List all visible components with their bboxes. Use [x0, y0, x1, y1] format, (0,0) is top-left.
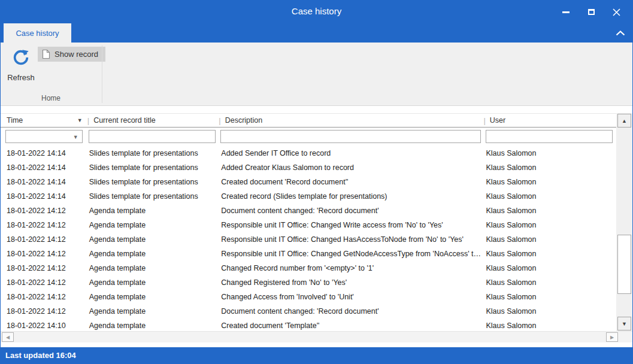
table-row[interactable]: 18-01-2022 14:14 Slides template for pre… — [1, 189, 616, 204]
scroll-left-button[interactable]: ◀ — [2, 332, 14, 342]
vertical-scrollbar[interactable]: ▲ ▼ — [616, 113, 632, 331]
cell-title: Agenda template — [87, 207, 219, 215]
table-row[interactable]: 18-01-2022 14:12 Agenda template Documen… — [1, 304, 616, 318]
cell-user: Klaus Salomon — [483, 149, 616, 157]
cell-title: Slides template for presentations — [87, 192, 219, 201]
cell-user: Klaus Salomon — [483, 250, 616, 258]
cell-time: 18-01-2022 14:12 — [1, 250, 87, 258]
tab-strip: Case history — [1, 23, 632, 43]
column-separator: | — [483, 116, 485, 125]
scroll-left-icon: ◀ — [6, 335, 10, 340]
column-separator: | — [87, 116, 89, 125]
cell-user: Klaus Salomon — [483, 163, 616, 172]
cell-time: 18-01-2022 14:14 — [1, 163, 87, 172]
cell-user: Klaus Salomon — [483, 192, 616, 201]
cell-description: Responsible unit IT Office: Changed HasA… — [219, 235, 483, 244]
table-row[interactable]: 18-01-2022 14:12 Agenda template Changed… — [1, 290, 616, 304]
refresh-icon — [12, 48, 30, 66]
table-row[interactable]: 18-01-2022 14:12 Agenda template Respons… — [1, 218, 616, 232]
horizontal-scrollbar[interactable]: ◀ ▶ — [1, 331, 632, 342]
time-filter-dropdown[interactable]: ▼ — [5, 130, 83, 143]
cell-description: Responsible unit IT Office: Changed Writ… — [219, 221, 483, 229]
vertical-scrollbar-thumb[interactable] — [617, 235, 631, 294]
grid-header: Time ▼ | Current record title | Descript… — [1, 113, 632, 128]
table-row[interactable]: 18-01-2022 14:12 Agenda template Changed… — [1, 261, 616, 275]
table-row[interactable]: 18-01-2022 14:14 Slides template for pre… — [1, 175, 616, 189]
cell-title: Agenda template — [87, 250, 219, 258]
cell-time: 18-01-2022 14:12 — [1, 235, 87, 244]
cell-description: Created document 'Record document'' — [219, 178, 483, 186]
minimize-button[interactable] — [553, 2, 579, 22]
document-icon — [42, 49, 50, 59]
table-row[interactable]: 18-01-2022 14:14 Slides template for pre… — [1, 146, 616, 160]
cell-title: Agenda template — [87, 235, 219, 244]
table-row[interactable]: 18-01-2022 14:12 Agenda template Documen… — [1, 204, 616, 218]
history-grid: Time ▼ | Current record title | Descript… — [1, 113, 632, 331]
close-button[interactable] — [604, 2, 629, 22]
cell-time: 18-01-2022 14:12 — [1, 293, 87, 301]
scroll-down-button[interactable]: ▼ — [617, 317, 631, 330]
cell-user: Klaus Salomon — [483, 235, 616, 244]
column-label-title: Current record title — [93, 116, 156, 125]
cell-time: 18-01-2022 14:12 — [1, 278, 87, 287]
close-icon — [613, 8, 620, 16]
cell-description: Added Sender IT Office to record — [219, 149, 483, 157]
column-label-description: Description — [225, 116, 263, 125]
table-row[interactable]: 18-01-2022 14:12 Agenda template Changed… — [1, 275, 616, 290]
scroll-down-icon: ▼ — [622, 321, 627, 327]
cell-description: Document content changed: 'Record docume… — [219, 307, 483, 316]
column-label-user: User — [490, 116, 505, 125]
case-history-window: Case history Case history — [0, 0, 633, 364]
scroll-up-button[interactable]: ▲ — [617, 114, 631, 128]
table-row[interactable]: 18-01-2022 14:12 Agenda template Respons… — [1, 247, 616, 261]
cell-description: Created record (Slides template for pres… — [219, 192, 483, 201]
cell-time: 18-01-2022 14:12 — [1, 264, 87, 272]
refresh-button[interactable]: Refresh — [5, 47, 37, 82]
user-filter-input[interactable] — [486, 130, 613, 143]
cell-title: Agenda template — [87, 321, 219, 330]
ribbon-group-separator — [102, 46, 102, 103]
table-row[interactable]: 18-01-2022 14:14 Slides template for pre… — [1, 160, 616, 175]
cell-title: Slides template for presentations — [87, 178, 219, 186]
maximize-button[interactable] — [579, 2, 604, 22]
chevron-up-icon — [616, 31, 625, 36]
sort-desc-icon[interactable]: ▼ — [77, 117, 83, 123]
table-row[interactable]: 18-01-2022 14:12 Agenda template Respons… — [1, 232, 616, 247]
cell-description: Changed Record number from '<empty>' to … — [219, 264, 483, 272]
refresh-label: Refresh — [5, 73, 37, 82]
scroll-right-button[interactable]: ▶ — [606, 332, 618, 342]
tab-case-history[interactable]: Case history — [4, 23, 71, 43]
status-text: Last updated 16:04 — [1, 351, 76, 360]
cell-title: Slides template for presentations — [87, 149, 219, 157]
cell-time: 18-01-2022 14:12 — [1, 221, 87, 229]
scroll-right-icon: ▶ — [610, 335, 614, 340]
cell-description: Document content changed: 'Record docume… — [219, 207, 483, 215]
cell-user: Klaus Salomon — [483, 321, 616, 330]
minimize-icon — [562, 11, 570, 13]
title-filter-input[interactable] — [89, 130, 216, 143]
cell-time: 18-01-2022 14:14 — [1, 178, 87, 186]
column-header-title[interactable]: | Current record title — [87, 114, 219, 127]
cell-time: 18-01-2022 14:12 — [1, 307, 87, 316]
titlebar: Case history — [1, 1, 632, 23]
cell-time: 18-01-2022 14:12 — [1, 207, 87, 215]
column-header-description[interactable]: | Description — [219, 114, 483, 127]
status-bar: Last updated 16:04 — [1, 347, 632, 363]
cell-title: Agenda template — [87, 293, 219, 301]
column-separator: | — [219, 116, 220, 125]
show-record-label: Show record — [54, 50, 98, 59]
cell-time: 18-01-2022 14:14 — [1, 149, 87, 157]
window-controls — [553, 1, 629, 23]
cell-user: Klaus Salomon — [483, 293, 616, 301]
cell-description: Created document 'Template'' — [219, 321, 483, 330]
table-row[interactable]: 18-01-2022 14:10 Agenda template Created… — [1, 318, 616, 331]
description-filter-input[interactable] — [220, 130, 481, 143]
cell-user: Klaus Salomon — [483, 307, 616, 316]
column-header-time[interactable]: Time ▼ — [1, 114, 87, 127]
cell-description: Changed Access from 'Involved' to 'Unit' — [219, 293, 483, 301]
collapse-ribbon-button[interactable] — [613, 27, 628, 39]
filter-row: ▼ — [1, 128, 632, 145]
show-record-button[interactable]: Show record — [38, 47, 105, 62]
cell-title: Slides template for presentations — [87, 163, 219, 172]
column-header-user[interactable]: | User — [483, 114, 616, 127]
